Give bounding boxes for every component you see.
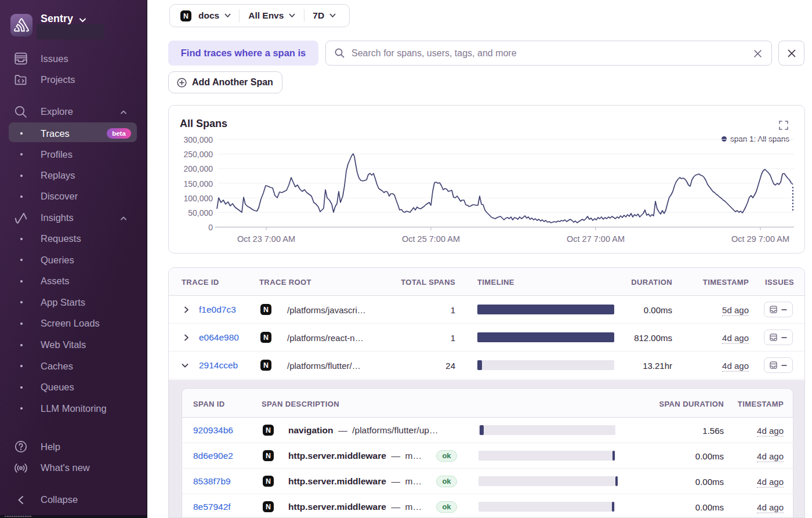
svg-text:N: N [183, 12, 188, 20]
svg-text:N: N [266, 426, 271, 434]
svg-text:N: N [266, 477, 271, 486]
svg-text:N: N [266, 503, 271, 511]
svg-text:N: N [263, 361, 269, 370]
svg-text:N: N [263, 306, 269, 314]
svg-text:N: N [263, 334, 269, 342]
svg-text:N: N [266, 452, 271, 460]
